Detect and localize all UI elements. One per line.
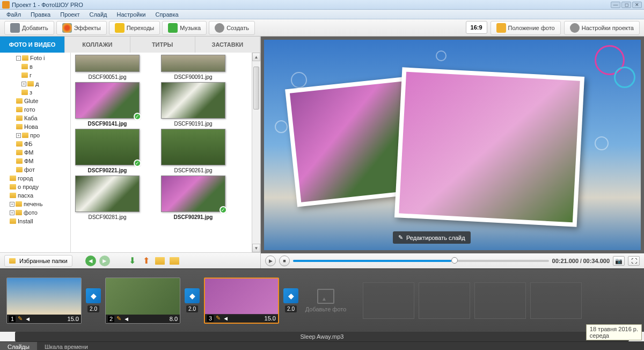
menu-Слайд[interactable]: Слайд xyxy=(85,10,111,19)
thumbnail[interactable]: ✓DSCF90141.jpg xyxy=(75,82,140,127)
tab-intros[interactable]: ЗАСТАВКИ xyxy=(195,37,260,53)
pencil-icon[interactable]: ✎ xyxy=(18,315,23,322)
upload-icon[interactable]: ⬆ xyxy=(141,256,152,266)
play-button[interactable]: ▶ xyxy=(265,256,276,266)
thumbnail-label: DSCF90141.jpg xyxy=(75,121,140,127)
seek-bar[interactable] xyxy=(293,260,549,262)
folder-button[interactable] xyxy=(155,257,165,265)
project-settings-button[interactable]: Настройки проекта xyxy=(564,21,640,35)
tree-item[interactable]: Каба xyxy=(1,114,69,122)
tree-item[interactable]: фот xyxy=(1,165,69,174)
add-button[interactable]: Добавить xyxy=(4,21,54,35)
tree-item[interactable]: ФМ xyxy=(1,148,69,157)
photo-position-button[interactable]: Положение фото xyxy=(491,21,561,35)
transition[interactable]: ◆2.0 xyxy=(184,288,201,312)
scrollbar[interactable]: ▲ ▼ xyxy=(252,53,260,252)
tab-collages[interactable]: КОЛЛАЖИ xyxy=(65,37,130,53)
menu-Файл[interactable]: Файл xyxy=(2,10,25,19)
transition[interactable]: ◆2.0 xyxy=(85,288,102,312)
music-button[interactable]: Музыка xyxy=(162,21,207,35)
expand-icon[interactable]: + xyxy=(16,133,21,138)
preview-canvas[interactable]: ✎Редактировать слайд xyxy=(264,40,641,250)
tree-item[interactable]: -Foto і xyxy=(1,54,69,62)
thumbnail-label: DSCF90291.jpg xyxy=(161,214,225,220)
transition[interactable]: ◆2.0 xyxy=(282,288,299,312)
tree-item[interactable]: пасха xyxy=(1,191,69,200)
tree-item[interactable]: Нова xyxy=(1,122,69,131)
thumbnail[interactable]: ✓DSCF90221.jpg xyxy=(75,129,140,173)
transitions-button[interactable]: Переходы xyxy=(109,21,160,35)
menu-Настройки[interactable]: Настройки xyxy=(113,10,150,19)
tree-item[interactable]: +д xyxy=(1,79,69,88)
menu-Справка[interactable]: Справка xyxy=(151,10,182,19)
tab-slides[interactable]: Слайды xyxy=(0,342,37,350)
create-button[interactable]: Создать xyxy=(209,21,255,35)
toolbar: Добавить Эффекты Переходы Музыка Создать… xyxy=(0,19,644,37)
nav-forward-button[interactable]: ► xyxy=(99,256,110,266)
timeline-slide[interactable]: 2✎◄8.0 xyxy=(105,278,180,324)
download-icon[interactable]: ⬇ xyxy=(127,256,138,266)
timeline-slide[interactable]: 3✎◄15.0 xyxy=(204,278,279,324)
edit-slide-button[interactable]: ✎Редактировать слайд xyxy=(393,231,471,244)
tree-item[interactable]: город xyxy=(1,174,69,183)
expand-icon[interactable]: - xyxy=(16,56,21,61)
fullscreen-button[interactable]: ⛶ xyxy=(628,256,640,266)
expand-icon[interactable]: + xyxy=(10,202,14,207)
sound-icon[interactable]: ◄ xyxy=(25,316,31,322)
seek-thumb[interactable] xyxy=(451,257,458,264)
tree-item[interactable]: гото xyxy=(1,105,69,114)
left-panel: ФОТО И ВИДЕО КОЛЛАЖИ ТИТРЫ ЗАСТАВКИ -Fot… xyxy=(0,37,261,268)
tree-item[interactable]: ФМ xyxy=(1,157,69,165)
scroll-thumb[interactable] xyxy=(253,67,259,110)
maximize-button[interactable]: ◻ xyxy=(621,2,631,8)
tree-item[interactable]: о проду xyxy=(1,183,69,191)
tab-photo-video[interactable]: ФОТО И ВИДЕО xyxy=(0,37,65,53)
close-button[interactable]: ✕ xyxy=(632,2,642,8)
folder-new-button[interactable] xyxy=(170,257,179,265)
thumbnail[interactable]: DSCF90051.jpg xyxy=(75,55,140,80)
nav-back-button[interactable]: ◄ xyxy=(85,256,96,266)
tree-item[interactable]: ФБ xyxy=(1,140,69,148)
expand-icon[interactable]: + xyxy=(10,210,14,215)
favorites-button[interactable]: Избранные папки xyxy=(4,255,72,267)
timeline-slide[interactable]: 1✎◄15.0 xyxy=(6,278,82,324)
tree-item[interactable]: г xyxy=(1,71,69,79)
thumbnail[interactable]: DSCF90261.jpg xyxy=(161,129,225,173)
folder-icon xyxy=(16,141,23,147)
tree-item[interactable]: Install xyxy=(1,217,69,225)
snapshot-button[interactable]: 📷 xyxy=(613,256,625,266)
thumbnail[interactable]: DSCF90191.jpg xyxy=(161,82,225,127)
tree-item[interactable]: в xyxy=(1,62,69,71)
check-icon: ✓ xyxy=(134,113,141,120)
aspect-ratio-button[interactable]: 16:9 xyxy=(466,21,487,34)
folder-icon xyxy=(16,201,22,207)
tab-timeline[interactable]: Шкала времени xyxy=(37,342,96,350)
effects-button[interactable]: Эффекты xyxy=(56,21,107,35)
expand-icon[interactable]: + xyxy=(21,82,26,86)
add-slide-button[interactable]: Добавьте фото xyxy=(303,278,349,324)
thumbnail[interactable]: DSCF90281.jpg xyxy=(75,176,140,220)
sound-icon[interactable]: ◄ xyxy=(223,315,229,322)
scroll-down-button[interactable]: ▼ xyxy=(252,244,260,252)
minimize-button[interactable]: — xyxy=(611,2,620,8)
pencil-icon[interactable]: ✎ xyxy=(216,315,221,322)
pencil-icon[interactable]: ✎ xyxy=(116,315,121,322)
tree-item[interactable]: +фото xyxy=(1,208,69,217)
music-track[interactable]: Sleep Away.mp3 xyxy=(15,332,629,341)
tree-item[interactable]: Glute xyxy=(1,97,69,105)
stop-button[interactable]: ■ xyxy=(279,256,290,266)
thumbnail[interactable]: ✓DSCF90291.jpg xyxy=(161,176,225,220)
menu-Проект[interactable]: Проект xyxy=(56,10,84,19)
tab-titles[interactable]: ТИТРЫ xyxy=(130,37,195,53)
tree-item[interactable]: +про xyxy=(1,131,69,140)
tree-item[interactable]: з xyxy=(1,88,69,97)
sound-icon[interactable]: ◄ xyxy=(123,316,129,322)
folder-icon xyxy=(21,64,28,69)
menu-Правка[interactable]: Правка xyxy=(26,10,55,19)
folder-tree[interactable]: -Foto івг+дзGluteготоКабаНова+проФБФМФМф… xyxy=(0,53,71,252)
scroll-up-button[interactable]: ▲ xyxy=(252,53,260,61)
tree-item[interactable]: +печень xyxy=(1,200,69,208)
folder-icon xyxy=(16,158,23,164)
thumbnail[interactable]: DSCF90091.jpg xyxy=(161,55,225,80)
thumbnail-label: DSCF90091.jpg xyxy=(161,74,225,80)
